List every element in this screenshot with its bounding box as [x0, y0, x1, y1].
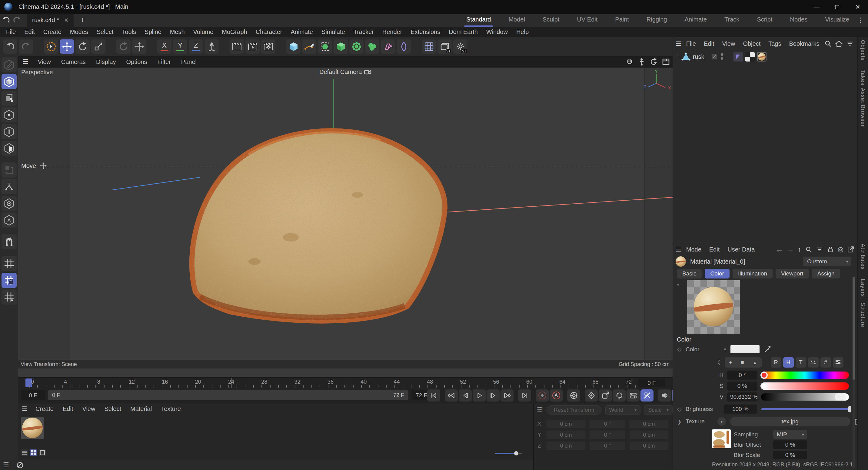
brightness-field[interactable]: 100 % [724, 405, 757, 414]
layout-tab[interactable]: Script [755, 13, 774, 27]
key-interpolation-button[interactable] [585, 389, 598, 402]
new-tab-button[interactable]: + [80, 15, 85, 25]
menu-item[interactable]: File [2, 29, 20, 35]
filter-icon[interactable] [816, 246, 823, 253]
coordinate-mode-dropdown[interactable]: Scale▾ [644, 405, 673, 414]
close-tab-icon[interactable]: ✕ [64, 17, 69, 24]
material-menu-icon[interactable]: ☰ [18, 405, 31, 412]
side-tab-asset-browser[interactable]: Asset Browser [860, 88, 866, 127]
object-z-axis-line[interactable] [112, 177, 200, 190]
hue-slider[interactable] [761, 372, 849, 379]
layout-tab[interactable]: Track [722, 13, 741, 27]
blur-scale-field[interactable]: 0 % [773, 450, 807, 460]
attributes-menu-item[interactable]: Mode [682, 246, 705, 253]
document-tab[interactable]: rusk.c4d * ✕ [27, 13, 73, 27]
menu-item[interactable]: Select [92, 29, 118, 35]
menu-item[interactable]: Tools [118, 29, 140, 35]
material-preview-large[interactable] [687, 280, 740, 334]
hsv-mode-button[interactable]: H [783, 357, 794, 368]
material-menu-item[interactable]: Texture [156, 405, 185, 412]
goto-previous-key-button[interactable] [445, 389, 458, 402]
objects-menu-item[interactable]: Edit [700, 40, 718, 47]
viewport-menu-item[interactable]: View [33, 59, 56, 65]
compact-toggle-icon[interactable]: ˄˅ [718, 359, 720, 366]
reset-transform-button[interactable]: Reset Transform [547, 405, 602, 414]
edges-mode-button[interactable] [1, 124, 17, 139]
color-mode-shapes[interactable]: ● ■ ▲ [725, 357, 762, 368]
add-mograph-button[interactable] [381, 39, 395, 54]
objects-menu-item[interactable]: View [718, 40, 739, 47]
layout-tab[interactable]: Rigging [645, 13, 669, 27]
goto-next-frame-button[interactable] [487, 389, 500, 402]
grid-view-icon[interactable] [30, 449, 37, 456]
target-icon[interactable]: ◎ [838, 246, 843, 253]
current-frame-field[interactable]: 0 F [638, 378, 665, 387]
live-selection-tool[interactable] [44, 39, 58, 54]
position-z-field[interactable]: 0 cm [547, 441, 585, 450]
timeline-ruler[interactable]: 04812162024283236404448525660646872 0 F [18, 377, 673, 388]
spectrum-mode-icon[interactable]: ▲ [752, 360, 757, 365]
goto-start-button[interactable] [427, 389, 440, 402]
frame-range-slider[interactable]: 0 F 72 F [48, 390, 408, 400]
render-picture-viewer-button[interactable] [245, 39, 260, 54]
phong-tag-icon[interactable] [734, 52, 743, 62]
material-channel-tab[interactable]: Assign [812, 269, 840, 279]
material-channel-tab[interactable]: Viewport [776, 269, 809, 279]
wheel-mode-icon[interactable]: ● [729, 359, 732, 366]
add-subdivision-surface-button[interactable] [318, 39, 332, 54]
rgb-mode-button[interactable]: R [771, 357, 781, 368]
viewport-canvas[interactable]: Perspective Default Camera Move Y X Z Vi… [18, 68, 673, 369]
value-slider[interactable] [761, 393, 849, 401]
material-thumbnail[interactable] [21, 417, 43, 439]
st-clone-button[interactable]: ST [437, 39, 452, 54]
axis-gizmo[interactable]: Y X Z [642, 69, 671, 92]
tweak-mode-button[interactable] [1, 179, 17, 194]
square-mode-icon[interactable]: ■ [741, 359, 744, 366]
scale-x-field[interactable]: 0 cm [629, 420, 668, 428]
objects-menu-icon[interactable]: ☰ [676, 40, 682, 48]
lock-y-axis-button[interactable]: Y [173, 39, 187, 54]
render-view-button[interactable] [230, 39, 244, 54]
layout-tab[interactable]: Animate [683, 13, 709, 27]
layout-tab[interactable]: Paint [613, 13, 631, 27]
viewport-menu-item[interactable]: Display [91, 59, 121, 65]
history-forward-icon[interactable]: → [787, 245, 794, 254]
material-menu-item[interactable]: Select [100, 405, 126, 412]
compact-ui-button[interactable] [808, 357, 818, 368]
add-generator-button[interactable] [334, 39, 348, 54]
redo-tool-button[interactable] [19, 39, 33, 54]
layout-tab[interactable]: UV Edit [575, 13, 599, 27]
close-button[interactable]: ✕ [847, 0, 868, 13]
dolly-view-icon[interactable] [638, 58, 646, 66]
menu-item[interactable]: Spline [140, 29, 166, 35]
large-icon-view-icon[interactable] [39, 449, 46, 456]
menu-item[interactable]: Tracker [349, 29, 378, 35]
model-mode-button[interactable] [1, 74, 17, 89]
temperature-mode-button[interactable]: T [796, 357, 806, 368]
menu-item[interactable]: Extensions [406, 29, 444, 35]
value-field[interactable]: 90.6332 % [727, 393, 757, 402]
last-tool-used[interactable] [116, 39, 131, 54]
scale-z-field[interactable]: 0 cm [629, 441, 668, 450]
objects-menu-item[interactable]: Bookmarks [785, 40, 824, 47]
hex-mode-button[interactable]: # [820, 357, 831, 368]
layout-tab[interactable]: Nodes [788, 13, 809, 27]
objects-menu-item[interactable]: Tags [764, 40, 785, 47]
menu-item[interactable]: Create [39, 29, 66, 35]
search-icon[interactable] [824, 40, 832, 48]
rotation-z-field[interactable]: 0 ° [590, 441, 625, 450]
texture-thumbnail[interactable] [712, 429, 731, 448]
cycle-animation-button[interactable] [613, 389, 626, 402]
menu-item[interactable]: Mesh [166, 29, 189, 35]
coordinate-system-button[interactable] [205, 39, 219, 54]
enable-axis-button[interactable] [1, 162, 17, 178]
auto-workplane-button[interactable]: A [1, 289, 17, 305]
popout-icon[interactable] [847, 246, 855, 253]
visibility-dots-icon[interactable] [720, 53, 724, 61]
keyframe-selection-settings-button[interactable] [567, 389, 580, 402]
filter-icon[interactable] [846, 40, 854, 48]
material-menu-item[interactable]: Material [126, 405, 156, 412]
lock-workplane-button[interactable] [1, 273, 17, 288]
position-x-field[interactable]: 0 cm [547, 420, 585, 428]
blur-offset-field[interactable]: 0 % [773, 440, 807, 449]
